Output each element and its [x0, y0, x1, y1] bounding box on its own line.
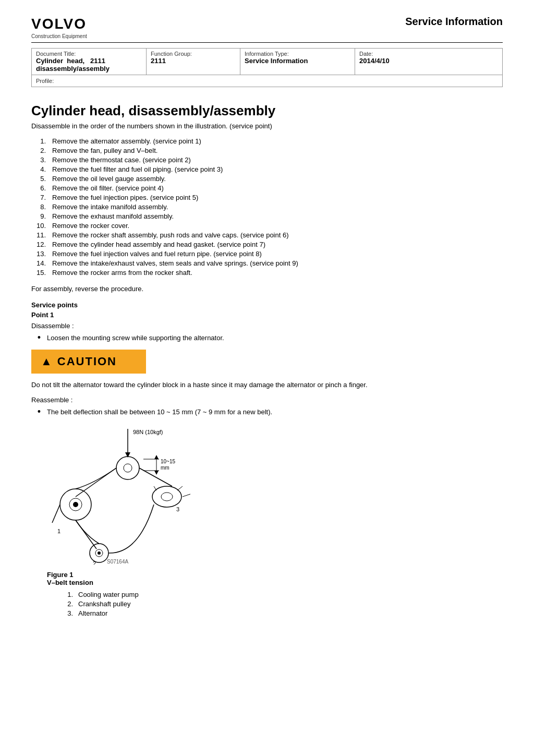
- point1-heading: Point 1: [31, 311, 503, 319]
- figure-items-list: 1. Cooling water pump 2. Crankshaft pull…: [63, 591, 503, 617]
- intro-text: Disassemble in the order of the numbers …: [31, 122, 503, 130]
- list-item: 7.Remove the fuel injection pipes. (serv…: [31, 194, 503, 201]
- logo-area: VOLVO Construction Equipment: [31, 16, 87, 39]
- volvo-logo: VOLVO: [31, 16, 87, 32]
- service-points-heading: Service points: [31, 301, 503, 309]
- header-divider: [31, 42, 503, 43]
- info-type-label: Information Type:: [245, 51, 350, 57]
- service-info-title: Service Information: [405, 16, 503, 28]
- item-text: Cooling water pump: [78, 591, 139, 598]
- list-item: 12.Remove the cylinder head assembly and…: [31, 241, 503, 248]
- list-item: 3. Alternator: [63, 609, 503, 617]
- list-item: • The belt deflection shall be between 1…: [31, 408, 503, 416]
- date-value: 2014/4/10: [359, 57, 498, 65]
- svg-line-27: [177, 486, 183, 490]
- list-item: 15.Remove the rocker arms from the rocke…: [31, 269, 503, 277]
- list-item: 11.Remove the rocker shaft assembly, pus…: [31, 231, 503, 239]
- svg-line-19: [52, 505, 60, 523]
- caution-description: Do not tilt the alternator toward the cy…: [31, 381, 503, 389]
- disassemble-bullets: • Loosen the mounting screw while suppor…: [31, 334, 503, 342]
- assembly-note: For assembly, reverse the procedure.: [31, 285, 503, 293]
- list-item: 13.Remove the fuel injection valves and …: [31, 250, 503, 258]
- doc-title-value: Cylinder head, 2111: [36, 57, 142, 65]
- document-info-table: Document Title: Cylinder head, 2111 disa…: [31, 48, 503, 87]
- company-subtitle: Construction Equipment: [31, 33, 87, 39]
- svg-line-28: [183, 494, 190, 497]
- list-item: 4.Remove the fuel filter and fuel oil pi…: [31, 165, 503, 173]
- doc-title-cell: Document Title: Cylinder head, 2111 disa…: [32, 49, 147, 75]
- page-header: VOLVO Construction Equipment Service Inf…: [31, 16, 503, 39]
- svg-text:98N (10kgf): 98N (10kgf): [133, 429, 163, 435]
- svg-point-24: [152, 486, 181, 507]
- item-text: Crankshaft pulley: [78, 600, 130, 608]
- disassemble-label: Disassemble :: [31, 322, 503, 330]
- svg-point-4: [124, 464, 132, 472]
- svg-marker-11: [154, 471, 159, 475]
- function-group-label: Function Group:: [151, 51, 236, 57]
- list-item: 8.Remove the intake manifold assembly.: [31, 203, 503, 211]
- list-item: 5.Remove the oil level gauge assembly.: [31, 175, 503, 183]
- profile-label: Profile:: [36, 78, 54, 84]
- caution-label: CAUTION: [57, 355, 117, 368]
- svg-text:S07164A: S07164A: [107, 559, 128, 565]
- profile-cell: Profile:: [32, 75, 503, 87]
- function-group-cell: Function Group: 2111: [147, 49, 240, 75]
- figure-subtitle: V–belt tension: [47, 579, 503, 586]
- date-label: Date:: [359, 51, 498, 57]
- caution-box: ▲ CAUTION: [31, 350, 146, 374]
- list-item: 3.Remove the thermostat case. (service p…: [31, 156, 503, 164]
- svg-point-22: [98, 551, 101, 555]
- doc-title-head: head,: [67, 57, 84, 65]
- list-item: • Loosen the mounting screw while suppor…: [31, 334, 503, 342]
- reassemble-bullets: • The belt deflection shall be between 1…: [31, 408, 503, 416]
- bullet-text: Loosen the mounting screw while supporti…: [47, 334, 224, 342]
- date-cell: Date: 2014/4/10: [355, 49, 503, 75]
- list-item: 2. Crankshaft pulley: [63, 600, 503, 608]
- svg-point-16: [73, 502, 78, 507]
- svg-text:2: 2: [93, 560, 96, 565]
- function-group-value: 2111: [151, 57, 236, 65]
- figure-label: Figure 1: [47, 571, 503, 579]
- svg-line-26: [154, 486, 156, 490]
- figure-area: 98N (10kgf) 10~15 mm 1 2: [47, 424, 503, 565]
- svg-marker-10: [154, 455, 159, 459]
- list-item: 1. Cooling water pump: [63, 591, 503, 598]
- svg-text:10~15: 10~15: [161, 459, 176, 464]
- info-type-value: Service Information: [245, 57, 350, 65]
- svg-point-3: [116, 457, 139, 479]
- doc-info-row: Document Title: Cylinder head, 2111 disa…: [32, 49, 503, 75]
- svg-point-25: [161, 493, 173, 501]
- list-item: 9.Remove the exhaust manifold assembly.: [31, 212, 503, 220]
- item-text: Alternator: [78, 609, 107, 617]
- info-type-cell: Information Type: Service Information: [240, 49, 355, 75]
- svg-text:3: 3: [176, 506, 179, 512]
- reassemble-label: Reassemble :: [31, 396, 503, 404]
- doc-title-num: 2111: [90, 57, 105, 65]
- list-item: 10.Remove the rocker cover.: [31, 222, 503, 230]
- vbelt-tension-diagram: 98N (10kgf) 10~15 mm 1 2: [47, 424, 214, 565]
- main-title: Cylinder head, disassembly/assembly: [31, 103, 503, 119]
- list-item: 2.Remove the fan, pulley and V–belt.: [31, 147, 503, 154]
- doc-title-line2: disassembly/assembly: [36, 65, 142, 73]
- list-item: 14.Remove the intake/exhaust valves, ste…: [31, 259, 503, 267]
- caution-triangle-icon: ▲: [41, 355, 52, 368]
- steps-list: 1.Remove the alternator assembly. (servi…: [31, 137, 503, 277]
- list-item: 1.Remove the alternator assembly. (servi…: [31, 137, 503, 145]
- svg-text:1: 1: [57, 528, 60, 534]
- bullet-icon: •: [31, 333, 47, 342]
- doc-title-label: Document Title:: [36, 51, 142, 57]
- profile-row: Profile:: [32, 75, 503, 87]
- doc-title-line1: Cylinder: [36, 57, 63, 65]
- bullet-text: The belt deflection shall be between 10 …: [47, 408, 272, 416]
- svg-text:mm: mm: [161, 465, 169, 471]
- bullet-icon: •: [31, 407, 47, 416]
- figure-caption: Figure 1 V–belt tension: [47, 571, 503, 586]
- list-item: 6.Remove the oil filter. (service point …: [31, 184, 503, 192]
